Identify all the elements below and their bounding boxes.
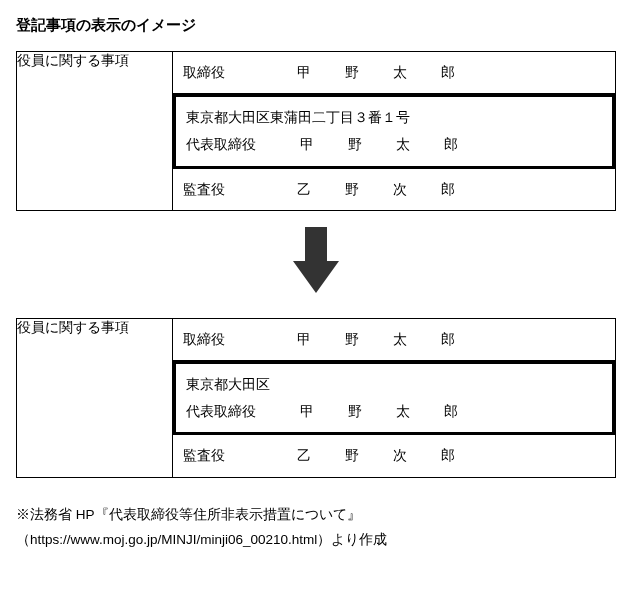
svg-marker-0 xyxy=(293,227,339,293)
row-auditor: 監査役 乙 野 次 郎 xyxy=(173,169,615,210)
row-director: 取締役 甲 野 太 郎 xyxy=(173,52,615,94)
role-label: 取締役 xyxy=(183,327,293,352)
source-line2: （https://www.moj.go.jp/MINJI/minji06_002… xyxy=(16,527,624,553)
address-masked: 東京都大田区 xyxy=(186,372,602,397)
row-representative: 東京都大田区東蒲田二丁目３番１号 代表取締役 甲 野 太 郎 xyxy=(173,94,615,168)
person-name: 甲 野 太 郎 xyxy=(300,399,468,424)
row-representative: 東京都大田区 代表取締役 甲 野 太 郎 xyxy=(173,361,615,435)
person-name: 甲 野 太 郎 xyxy=(297,327,465,352)
row-auditor: 監査役 乙 野 次 郎 xyxy=(173,435,615,476)
left-header: 役員に関する事項 xyxy=(17,318,173,477)
person-name: 乙 野 次 郎 xyxy=(297,443,465,468)
register-table-before: 役員に関する事項 取締役 甲 野 太 郎 東京都大田区東蒲田二丁目３番１号 代表… xyxy=(16,51,616,211)
left-header: 役員に関する事項 xyxy=(17,52,173,211)
role-label: 取締役 xyxy=(183,60,293,85)
source-note: ※法務省 HP『代表取締役等住所非表示措置について』 （https://www.… xyxy=(16,502,624,553)
address-full: 東京都大田区東蒲田二丁目３番１号 xyxy=(186,105,602,130)
role-label: 監査役 xyxy=(183,177,293,202)
page-title: 登記事項の表示のイメージ xyxy=(16,16,624,35)
register-table-after: 役員に関する事項 取締役 甲 野 太 郎 東京都大田区 代表取締役 甲 野 太 … xyxy=(16,318,616,478)
source-line1: ※法務省 HP『代表取締役等住所非表示措置について』 xyxy=(16,502,624,528)
register-rows: 取締役 甲 野 太 郎 東京都大田区東蒲田二丁目３番１号 代表取締役 甲 野 太… xyxy=(173,52,616,211)
person-name: 甲 野 太 郎 xyxy=(300,132,468,157)
person-name: 甲 野 太 郎 xyxy=(297,60,465,85)
register-rows: 取締役 甲 野 太 郎 東京都大田区 代表取締役 甲 野 太 郎 監査役 乙 野… xyxy=(173,318,616,477)
role-label: 代表取締役 xyxy=(186,399,296,424)
person-name: 乙 野 次 郎 xyxy=(297,177,465,202)
row-director: 取締役 甲 野 太 郎 xyxy=(173,319,615,361)
role-label: 代表取締役 xyxy=(186,132,296,157)
down-arrow-icon xyxy=(16,211,616,318)
role-label: 監査役 xyxy=(183,443,293,468)
